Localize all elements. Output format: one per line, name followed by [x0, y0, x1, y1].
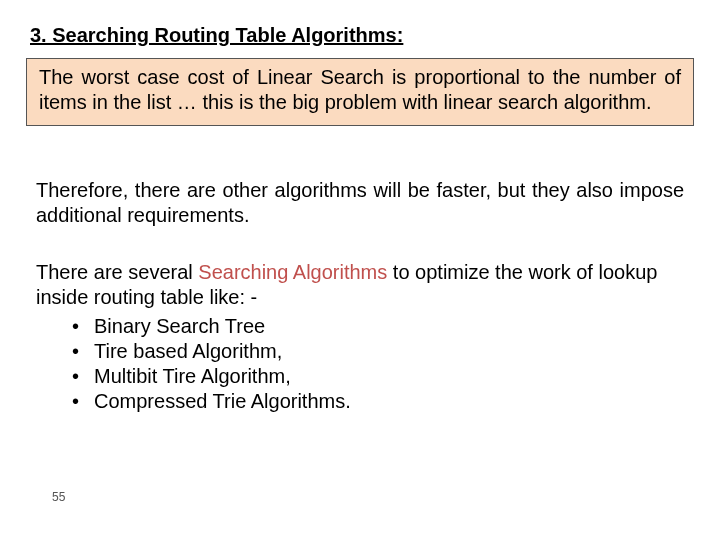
page-number: 55 [52, 490, 65, 504]
text-highlight-searching-algorithms: Searching Algorithms [198, 261, 387, 283]
text-pre: There are several [36, 261, 198, 283]
list-item: Compressed Trie Algorithms. [72, 389, 684, 414]
list-item: Tire based Algorithm, [72, 339, 684, 364]
list-item: Multibit Tire Algorithm, [72, 364, 684, 389]
paragraph-therefore: Therefore, there are other algorithms wi… [36, 178, 684, 228]
section-heading: 3. Searching Routing Table Algorithms: [30, 24, 403, 47]
paragraph-searching-algorithms: There are several Searching Algorithms t… [36, 260, 684, 414]
highlight-box: The worst case cost of Linear Search is … [26, 58, 694, 126]
list-item: Binary Search Tree [72, 314, 684, 339]
algorithm-list: Binary Search Tree Tire based Algorithm,… [72, 314, 684, 414]
slide: 3. Searching Routing Table Algorithms: T… [0, 0, 720, 540]
